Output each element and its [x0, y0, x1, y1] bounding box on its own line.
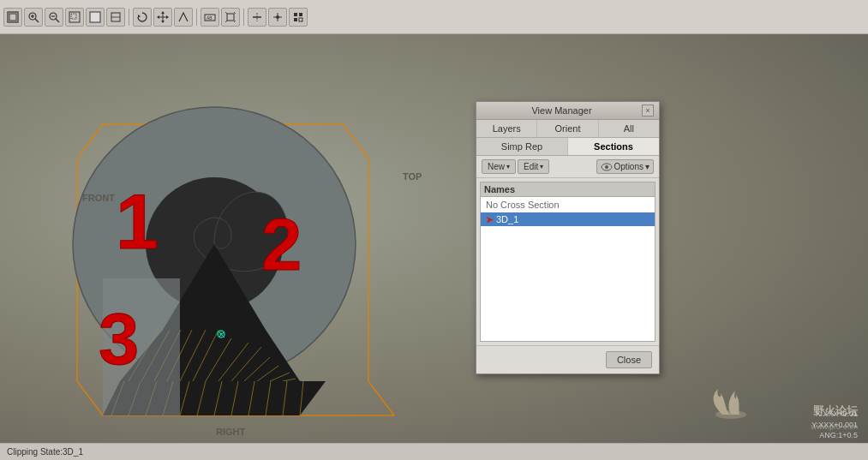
named-view-button[interactable]: AB [201, 8, 219, 27]
3d-model: 1 2 3 [34, 77, 463, 445]
status-bar: Clipping State:3D_1 [0, 443, 868, 460]
right-label: RIGHT [216, 427, 245, 437]
view-manager-titlebar: View Manager × [476, 102, 659, 120]
new-dropdown-arrow: ▾ [506, 163, 510, 170]
svg-rect-36 [299, 13, 302, 16]
svg-line-40 [77, 124, 103, 158]
toolbar-sep-2 [196, 9, 197, 26]
svg-line-44 [77, 381, 103, 415]
options-dropdown-arrow: ▾ [645, 162, 650, 171]
coordinates-display: X:XXX+0.01 Y:XXX+0.001 ANG:1+0.5 [811, 409, 858, 441]
pan-button[interactable] [153, 8, 172, 27]
cross-section-button[interactable] [248, 8, 266, 27]
svg-rect-10 [71, 14, 76, 19]
svg-line-26 [225, 21, 227, 22]
svg-line-3 [35, 19, 39, 22]
svg-line-24 [225, 12, 227, 14]
svg-point-81 [715, 410, 746, 419]
new-button[interactable]: New ▾ [482, 159, 516, 174]
tab-layers[interactable]: Layers [476, 120, 537, 137]
toolbar-sep-3 [243, 9, 244, 26]
view-manager-tabs-row1: Layers Orient All [476, 120, 659, 138]
main-toolbar: AB [0, 0, 868, 34]
tool-extra-button[interactable] [289, 8, 308, 27]
tab-sections[interactable]: Sections [568, 138, 659, 155]
svg-point-30 [276, 15, 279, 19]
names-header: Names [480, 182, 655, 196]
svg-marker-18 [161, 21, 165, 23]
watermark-logo [697, 380, 765, 426]
view-manager-tabs-row2: Simp Rep Sections [476, 138, 659, 156]
no-cross-section-item[interactable]: No Cross Section [481, 197, 655, 212]
svg-marker-14 [138, 15, 141, 18]
tab-all[interactable]: All [599, 120, 659, 137]
view-mode-1-button[interactable] [106, 8, 125, 27]
view-manager-dialog: View Manager × Layers Orient All Simp Re… [476, 101, 660, 374]
svg-rect-37 [294, 18, 297, 21]
svg-marker-20 [166, 15, 169, 19]
view-manager-close-icon[interactable]: × [642, 105, 654, 116]
svg-rect-35 [294, 13, 297, 16]
clipping-state-label: Clipping State:3D_1 [7, 447, 83, 457]
close-dialog-button[interactable]: Close [606, 351, 652, 368]
svg-text:3: 3 [99, 298, 139, 379]
zoom-out-button[interactable] [45, 8, 63, 27]
coord-ang: ANG:1+0.5 [811, 430, 858, 441]
repaint-button[interactable] [86, 8, 105, 27]
options-button[interactable]: Options ▾ [596, 159, 654, 174]
section-arrow-icon: ➤ [486, 215, 493, 224]
view-manager-toolbar: New ▾ Edit ▾ Options ▾ [476, 156, 659, 178]
spin-button[interactable] [133, 8, 152, 27]
coord-y: Y:XXX+0.001 [811, 420, 858, 431]
viewport[interactable]: 1 2 3 FRONT TOP RIGHT 野火论坛 www.pro-e.cn … [0, 34, 868, 460]
svg-marker-19 [157, 15, 159, 19]
svg-line-7 [56, 19, 59, 22]
front-label: FRONT [82, 193, 115, 203]
sections-list[interactable]: No Cross Section ➤ 3D_1 [480, 196, 655, 342]
svg-point-83 [605, 165, 608, 169]
tilt-button[interactable] [174, 8, 193, 27]
svg-rect-1 [9, 14, 16, 21]
fit-all-button[interactable] [3, 8, 22, 27]
svg-line-41 [343, 124, 368, 158]
explode-button[interactable] [268, 8, 287, 27]
svg-text:1: 1 [116, 179, 159, 265]
section-3d1-item[interactable]: ➤ 3D_1 [481, 212, 655, 226]
view-manager-content: Names No Cross Section ➤ 3D_1 [476, 178, 659, 345]
svg-text:2: 2 [261, 204, 302, 285]
edit-button[interactable]: Edit ▾ [518, 159, 549, 174]
top-label: TOP [403, 171, 422, 182]
edit-dropdown-arrow: ▾ [540, 163, 543, 170]
view-manager-title: View Manager [482, 105, 642, 116]
zoom-in-button[interactable] [24, 8, 43, 27]
svg-rect-11 [90, 12, 100, 22]
coord-x: X:XXX+0.01 [811, 409, 858, 420]
tab-simp-rep[interactable]: Simp Rep [476, 138, 568, 155]
toolbar-sep-1 [129, 9, 129, 26]
svg-rect-23 [227, 14, 234, 21]
view-manager-footer: Close [476, 345, 659, 373]
svg-text:AB: AB [207, 15, 213, 21]
tab-orient[interactable]: Orient [537, 120, 598, 137]
svg-rect-38 [299, 18, 302, 21]
svg-line-45 [368, 381, 394, 415]
eye-icon [601, 163, 613, 171]
svg-marker-17 [161, 11, 165, 14]
perspective-button[interactable] [221, 8, 240, 27]
zoom-window-button[interactable] [65, 8, 84, 27]
